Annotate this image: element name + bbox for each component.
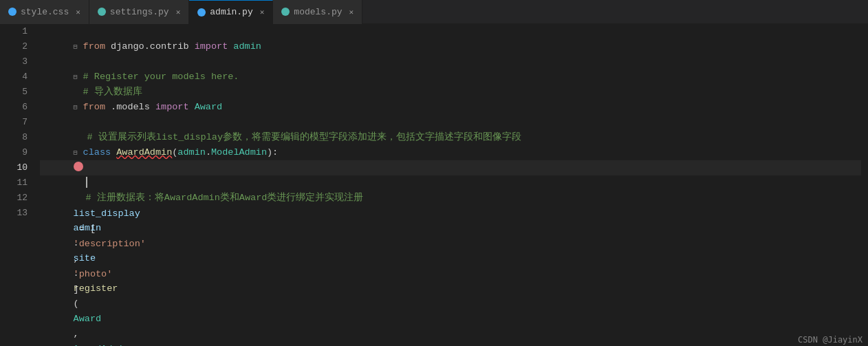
- tab-icon-admin-py: [197, 8, 206, 17]
- tab-label-admin-py: admin.py: [210, 7, 252, 17]
- code-area[interactable]: ⊟from django.contrib import admin ⊟# Reg…: [34, 24, 861, 346]
- line-num-12: 12: [0, 191, 28, 206]
- code-line-1: ⊟from django.contrib import admin: [40, 24, 861, 39]
- code-line-13: [40, 206, 861, 221]
- tab-label-models-py: models.py: [294, 7, 342, 17]
- kw-register-12: register: [74, 283, 118, 294]
- line-num-5: 5: [0, 85, 28, 100]
- status-bar: CSDN @JiayinX: [798, 335, 862, 345]
- line-num-6: 6: [0, 100, 28, 115]
- code-line-9: ⊟ list_display = [ 'description' , 'phot…: [40, 145, 861, 160]
- tab-settings-py[interactable]: settings.py ✕: [89, 0, 189, 24]
- line-num-11: 11: [0, 175, 28, 191]
- code-line-7: # 设置展示列表list_display参数，将需要编辑的模型字段添加进来，包括…: [40, 115, 861, 130]
- tab-icon-settings-py: [98, 8, 106, 16]
- code-line-5: ⊟from .models import Award: [40, 85, 861, 100]
- kw-desc-9: 'description': [74, 239, 146, 249]
- line-num-2: 2: [0, 39, 28, 54]
- tab-style-css[interactable]: style.css ✕: [0, 0, 89, 24]
- line-num-10: 10: [0, 160, 28, 175]
- kw-award-reg-12: Award: [74, 314, 102, 324]
- code-line-12: admin . site . register ( Award , AwardA…: [40, 191, 861, 206]
- tab-label-style-css: style.css: [21, 7, 69, 17]
- code-line-10[interactable]: [40, 160, 861, 175]
- line-num-8: 8: [0, 130, 28, 145]
- line-num-13: 13: [0, 206, 28, 221]
- tab-close-settings-py[interactable]: ✕: [176, 8, 181, 17]
- tab-label-settings-py: settings.py: [110, 7, 169, 17]
- code-line-8: ⊟class AwardAdmin(admin.ModelAdmin):: [40, 130, 861, 145]
- tab-close-admin-py[interactable]: ✕: [260, 8, 265, 17]
- tab-icon-models-py: [281, 8, 290, 16]
- tab-close-style-css[interactable]: ✕: [76, 8, 80, 17]
- kw-site-12: site: [74, 253, 96, 263]
- code-line-11: # 注册数据表：将AwardAdmin类和Award类进行绑定并实现注册: [40, 175, 861, 191]
- code-line-4: ⊟# 导入数据库: [40, 69, 861, 85]
- tab-close-models-py[interactable]: ✕: [349, 8, 354, 17]
- line-numbers: 1 2 3 4 5 6 7 8 9 10 11 12 13: [0, 24, 34, 346]
- tab-bar: style.css ✕ settings.py ✕ admin.py ✕ mod…: [0, 0, 868, 24]
- tab-models-py[interactable]: models.py ✕: [273, 0, 362, 24]
- kw-admin-site-12: admin: [74, 223, 102, 233]
- tab-admin-py[interactable]: admin.py ✕: [189, 0, 273, 24]
- kw-photo-9: 'photo': [74, 269, 113, 279]
- code-line-2: [40, 39, 861, 54]
- line-num-4: 4: [0, 69, 28, 85]
- line-num-7: 7: [0, 115, 28, 130]
- tab-icon-css: [8, 8, 17, 16]
- scrollbar[interactable]: [861, 24, 868, 346]
- line-num-3: 3: [0, 54, 28, 69]
- code-line-6: [40, 100, 861, 115]
- line-num-9: 9: [0, 145, 28, 160]
- code-line-3: ⊟# Register your models here.: [40, 54, 861, 69]
- editor: 1 2 3 4 5 6 7 8 9 10 11 12 13 ⊟from djan…: [0, 24, 868, 346]
- line-num-1: 1: [0, 24, 28, 39]
